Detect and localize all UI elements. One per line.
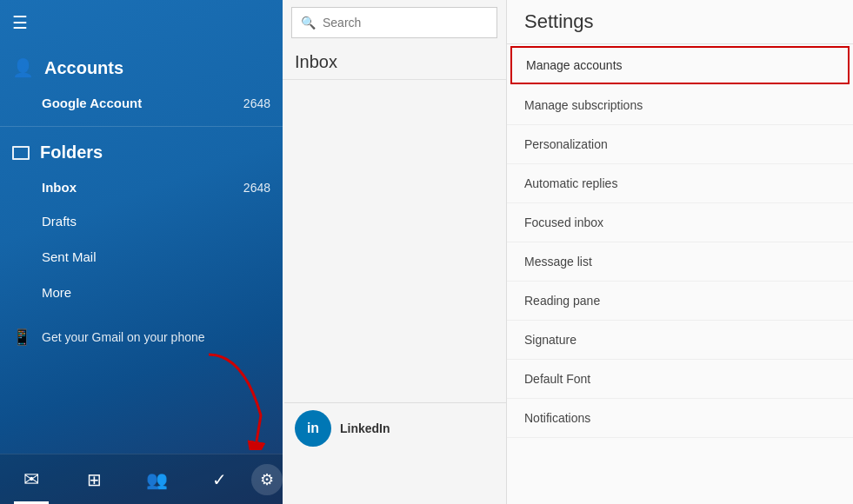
accounts-heading[interactable]: 👤 Accounts xyxy=(0,49,283,87)
settings-panel: Settings Manage accounts Manage subscrip… xyxy=(507,0,853,504)
settings-nav-icon: ⚙ xyxy=(260,470,274,489)
settings-nav-button[interactable]: ⚙ xyxy=(251,464,283,495)
drafts-folder-label: Drafts xyxy=(42,214,77,229)
manage-accounts-label: Manage accounts xyxy=(526,58,623,72)
notifications-item[interactable]: Notifications xyxy=(507,399,853,438)
sidebar-divider-1 xyxy=(0,126,283,127)
drafts-folder-item[interactable]: Drafts xyxy=(0,203,283,239)
tasks-nav-button[interactable]: ✓ xyxy=(189,454,251,504)
sent-mail-folder-label: Sent Mail xyxy=(42,249,97,264)
message-list-item[interactable]: Message list xyxy=(507,242,853,282)
notifications-label: Notifications xyxy=(524,411,590,425)
manage-subscriptions-item[interactable]: Manage subscriptions xyxy=(507,86,853,125)
linkedin-avatar: in xyxy=(295,410,331,447)
signature-item[interactable]: Signature xyxy=(507,321,853,360)
calendar-nav-icon: ⊞ xyxy=(87,469,102,490)
inbox-heading: Inbox xyxy=(283,45,506,80)
sent-mail-folder-item[interactable]: Sent Mail xyxy=(0,239,283,275)
people-nav-button[interactable]: 👥 xyxy=(126,454,189,504)
manage-accounts-item[interactable]: Manage accounts xyxy=(510,46,850,84)
more-folder-item[interactable]: More xyxy=(0,275,283,310)
calendar-nav-button[interactable]: ⊞ xyxy=(63,454,125,504)
center-panel: 🔍 Inbox in LinkedIn xyxy=(283,0,507,504)
personalization-item[interactable]: Personalization xyxy=(507,125,853,164)
phone-promo-item[interactable]: 📱 Get your Gmail on your phone xyxy=(0,317,283,357)
default-font-item[interactable]: Default Font xyxy=(507,360,853,399)
folders-label: Folders xyxy=(40,143,103,162)
folders-section: Folders Inbox 2648 Drafts Sent Mail More xyxy=(0,130,283,314)
linkedin-sender-label: LinkedIn xyxy=(340,421,390,435)
phone-promo-label: Get your Gmail on your phone xyxy=(42,330,205,344)
mail-nav-button[interactable]: ✉ xyxy=(0,454,63,504)
search-input[interactable] xyxy=(323,16,488,30)
inbox-folder-label: Inbox xyxy=(42,180,77,195)
search-icon: 🔍 xyxy=(301,16,316,30)
folders-icon xyxy=(12,146,30,160)
google-account-count: 2648 xyxy=(243,96,270,110)
search-bar: 🔍 xyxy=(291,7,497,38)
google-account-item[interactable]: Google Account 2648 xyxy=(0,87,283,119)
message-list-label: Message list xyxy=(524,255,592,269)
personalization-label: Personalization xyxy=(524,137,608,151)
inbox-folder-item[interactable]: Inbox 2648 xyxy=(0,171,283,203)
accounts-section: 👤 Accounts Google Account 2648 xyxy=(0,45,283,123)
sidebar: ☰ 👤 Accounts Google Account 2648 Folders… xyxy=(0,0,283,504)
signature-label: Signature xyxy=(524,333,576,347)
accounts-label: Accounts xyxy=(44,58,123,78)
phone-icon: 📱 xyxy=(12,328,31,347)
more-folder-label: More xyxy=(42,285,71,300)
google-account-label: Google Account xyxy=(42,96,142,110)
reading-pane-label: Reading pane xyxy=(524,294,600,308)
mail-nav-icon: ✉ xyxy=(23,468,39,491)
tasks-nav-icon: ✓ xyxy=(212,469,227,490)
hamburger-icon[interactable]: ☰ xyxy=(12,12,28,33)
automatic-replies-item[interactable]: Automatic replies xyxy=(507,164,853,203)
accounts-icon: 👤 xyxy=(12,57,34,78)
folders-heading[interactable]: Folders xyxy=(0,134,283,171)
linkedin-email-item[interactable]: in LinkedIn xyxy=(284,402,506,454)
default-font-label: Default Font xyxy=(524,372,590,386)
inbox-folder-count: 2648 xyxy=(243,181,270,195)
reading-pane-item[interactable]: Reading pane xyxy=(507,282,853,321)
sidebar-top-bar: ☰ xyxy=(0,0,283,45)
automatic-replies-label: Automatic replies xyxy=(524,176,617,190)
focused-inbox-label: Focused inbox xyxy=(524,216,603,229)
focused-inbox-item[interactable]: Focused inbox xyxy=(507,203,853,242)
settings-title: Settings xyxy=(507,0,853,44)
manage-subscriptions-label: Manage subscriptions xyxy=(524,98,643,112)
people-nav-icon: 👥 xyxy=(146,469,168,490)
bottom-nav-bar: ✉ ⊞ 👥 ✓ ⚙ xyxy=(0,454,283,504)
